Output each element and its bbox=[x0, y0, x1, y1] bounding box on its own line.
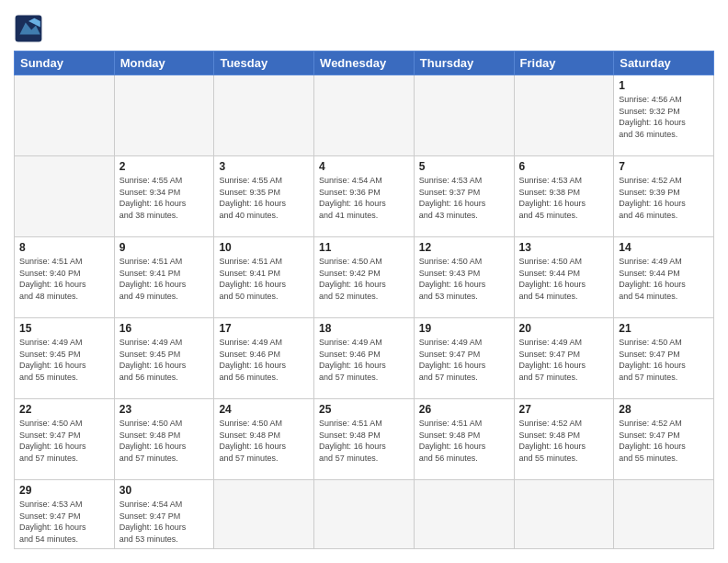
day-info: Sunrise: 4:49 AMSunset: 9:47 PMDaylight:… bbox=[519, 337, 609, 383]
day-number: 2 bbox=[119, 160, 210, 173]
day-number: 17 bbox=[219, 322, 309, 335]
calendar-cell-19: 19Sunrise: 4:49 AMSunset: 9:47 PMDayligh… bbox=[414, 318, 514, 399]
calendar-cell-20: 20Sunrise: 4:49 AMSunset: 9:47 PMDayligh… bbox=[514, 318, 614, 399]
calendar-cell-11: 11Sunrise: 4:50 AMSunset: 9:42 PMDayligh… bbox=[314, 237, 415, 318]
calendar-cell-empty bbox=[15, 75, 115, 156]
calendar-cell-empty bbox=[314, 75, 415, 156]
day-info: Sunrise: 4:50 AMSunset: 9:44 PMDaylight:… bbox=[519, 256, 609, 302]
calendar-cell-9: 9Sunrise: 4:51 AMSunset: 9:41 PMDaylight… bbox=[114, 237, 214, 318]
day-number: 23 bbox=[119, 403, 210, 416]
calendar-cell-empty bbox=[514, 75, 614, 156]
day-number: 20 bbox=[519, 322, 609, 335]
calendar-header-saturday: Saturday bbox=[614, 52, 714, 75]
day-info: Sunrise: 4:52 AMSunset: 9:39 PMDaylight:… bbox=[619, 175, 709, 221]
calendar-cell-5: 5Sunrise: 4:53 AMSunset: 9:37 PMDaylight… bbox=[414, 156, 514, 237]
calendar-week-4: 22Sunrise: 4:50 AMSunset: 9:47 PMDayligh… bbox=[15, 399, 714, 480]
calendar-cell-2: 2Sunrise: 4:55 AMSunset: 9:34 PMDaylight… bbox=[114, 156, 214, 237]
day-number: 22 bbox=[19, 403, 109, 416]
calendar-cell-empty bbox=[614, 480, 714, 549]
calendar-week-2: 8Sunrise: 4:51 AMSunset: 9:40 PMDaylight… bbox=[15, 237, 714, 318]
day-info: Sunrise: 4:53 AMSunset: 9:47 PMDaylight:… bbox=[19, 499, 109, 545]
day-info: Sunrise: 4:51 AMSunset: 9:41 PMDaylight:… bbox=[219, 256, 309, 302]
logo-icon bbox=[14, 14, 43, 43]
calendar-week-1: 2Sunrise: 4:55 AMSunset: 9:34 PMDaylight… bbox=[15, 156, 714, 237]
calendar-cell-22: 22Sunrise: 4:50 AMSunset: 9:47 PMDayligh… bbox=[15, 399, 115, 480]
calendar-cell-26: 26Sunrise: 4:51 AMSunset: 9:48 PMDayligh… bbox=[414, 399, 514, 480]
calendar-cell-14: 14Sunrise: 4:49 AMSunset: 9:44 PMDayligh… bbox=[614, 237, 714, 318]
day-number: 14 bbox=[619, 241, 709, 254]
calendar-cell-28: 28Sunrise: 4:52 AMSunset: 9:47 PMDayligh… bbox=[614, 399, 714, 480]
day-number: 11 bbox=[319, 241, 409, 254]
day-info: Sunrise: 4:50 AMSunset: 9:48 PMDaylight:… bbox=[219, 418, 309, 464]
calendar-week-3: 15Sunrise: 4:49 AMSunset: 9:45 PMDayligh… bbox=[15, 318, 714, 399]
calendar-cell-empty bbox=[214, 75, 314, 156]
day-number: 29 bbox=[19, 484, 109, 497]
day-number: 4 bbox=[319, 160, 409, 173]
calendar-cell-empty bbox=[514, 480, 614, 549]
day-info: Sunrise: 4:51 AMSunset: 9:41 PMDaylight:… bbox=[119, 256, 210, 302]
day-number: 18 bbox=[319, 322, 409, 335]
calendar-cell-13: 13Sunrise: 4:50 AMSunset: 9:44 PMDayligh… bbox=[514, 237, 614, 318]
day-info: Sunrise: 4:49 AMSunset: 9:46 PMDaylight:… bbox=[319, 337, 409, 383]
calendar-cell-25: 25Sunrise: 4:51 AMSunset: 9:48 PMDayligh… bbox=[314, 399, 415, 480]
calendar-cell-empty bbox=[114, 75, 214, 156]
calendar-cell-15: 15Sunrise: 4:49 AMSunset: 9:45 PMDayligh… bbox=[15, 318, 115, 399]
calendar-header-friday: Friday bbox=[514, 52, 614, 75]
day-info: Sunrise: 4:51 AMSunset: 9:48 PMDaylight:… bbox=[319, 418, 409, 464]
calendar-cell-empty bbox=[414, 75, 514, 156]
day-info: Sunrise: 4:52 AMSunset: 9:47 PMDaylight:… bbox=[619, 418, 709, 464]
day-number: 16 bbox=[119, 322, 210, 335]
day-number: 30 bbox=[119, 484, 210, 497]
day-info: Sunrise: 4:51 AMSunset: 9:40 PMDaylight:… bbox=[19, 256, 109, 302]
day-number: 7 bbox=[619, 160, 709, 173]
day-number: 15 bbox=[19, 322, 109, 335]
calendar-cell-16: 16Sunrise: 4:49 AMSunset: 9:45 PMDayligh… bbox=[114, 318, 214, 399]
calendar-header-tuesday: Tuesday bbox=[214, 52, 314, 75]
calendar-cell-24: 24Sunrise: 4:50 AMSunset: 9:48 PMDayligh… bbox=[214, 399, 314, 480]
calendar-header-sunday: Sunday bbox=[15, 52, 115, 75]
day-info: Sunrise: 4:49 AMSunset: 9:45 PMDaylight:… bbox=[119, 337, 210, 383]
day-number: 28 bbox=[619, 403, 709, 416]
calendar-cell-empty bbox=[314, 480, 415, 549]
calendar-cell-3: 3Sunrise: 4:55 AMSunset: 9:35 PMDaylight… bbox=[214, 156, 314, 237]
day-number: 24 bbox=[219, 403, 309, 416]
day-info: Sunrise: 4:54 AMSunset: 9:36 PMDaylight:… bbox=[319, 175, 409, 221]
header bbox=[14, 14, 714, 43]
day-info: Sunrise: 4:50 AMSunset: 9:48 PMDaylight:… bbox=[119, 418, 210, 464]
calendar-cell-8: 8Sunrise: 4:51 AMSunset: 9:40 PMDaylight… bbox=[15, 237, 115, 318]
day-number: 19 bbox=[419, 322, 509, 335]
day-number: 13 bbox=[519, 241, 609, 254]
calendar-cell-empty bbox=[15, 156, 115, 237]
calendar-cell-empty bbox=[214, 480, 314, 549]
day-info: Sunrise: 4:53 AMSunset: 9:37 PMDaylight:… bbox=[419, 175, 509, 221]
day-info: Sunrise: 4:50 AMSunset: 9:47 PMDaylight:… bbox=[619, 337, 709, 383]
page: SundayMondayTuesdayWednesdayThursdayFrid… bbox=[0, 0, 728, 563]
day-number: 9 bbox=[119, 241, 210, 254]
day-info: Sunrise: 4:53 AMSunset: 9:38 PMDaylight:… bbox=[519, 175, 609, 221]
calendar: SundayMondayTuesdayWednesdayThursdayFrid… bbox=[14, 51, 714, 549]
day-number: 6 bbox=[519, 160, 609, 173]
day-number: 12 bbox=[419, 241, 509, 254]
calendar-cell-12: 12Sunrise: 4:50 AMSunset: 9:43 PMDayligh… bbox=[414, 237, 514, 318]
calendar-cell-6: 6Sunrise: 4:53 AMSunset: 9:38 PMDaylight… bbox=[514, 156, 614, 237]
calendar-header-monday: Monday bbox=[114, 52, 214, 75]
day-number: 26 bbox=[419, 403, 509, 416]
day-number: 25 bbox=[319, 403, 409, 416]
day-info: Sunrise: 4:56 AMSunset: 9:32 PMDaylight:… bbox=[619, 94, 709, 140]
calendar-cell-7: 7Sunrise: 4:52 AMSunset: 9:39 PMDaylight… bbox=[614, 156, 714, 237]
calendar-cell-10: 10Sunrise: 4:51 AMSunset: 9:41 PMDayligh… bbox=[214, 237, 314, 318]
day-number: 5 bbox=[419, 160, 509, 173]
day-number: 8 bbox=[19, 241, 109, 254]
calendar-week-0: 1Sunrise: 4:56 AMSunset: 9:32 PMDaylight… bbox=[15, 75, 714, 156]
day-info: Sunrise: 4:52 AMSunset: 9:48 PMDaylight:… bbox=[519, 418, 609, 464]
calendar-cell-17: 17Sunrise: 4:49 AMSunset: 9:46 PMDayligh… bbox=[214, 318, 314, 399]
day-info: Sunrise: 4:50 AMSunset: 9:47 PMDaylight:… bbox=[19, 418, 109, 464]
calendar-cell-21: 21Sunrise: 4:50 AMSunset: 9:47 PMDayligh… bbox=[614, 318, 714, 399]
day-info: Sunrise: 4:55 AMSunset: 9:35 PMDaylight:… bbox=[219, 175, 309, 221]
calendar-header-thursday: Thursday bbox=[414, 52, 514, 75]
calendar-header-wednesday: Wednesday bbox=[314, 52, 415, 75]
day-info: Sunrise: 4:54 AMSunset: 9:47 PMDaylight:… bbox=[119, 499, 210, 545]
day-info: Sunrise: 4:51 AMSunset: 9:48 PMDaylight:… bbox=[419, 418, 509, 464]
calendar-cell-empty bbox=[414, 480, 514, 549]
calendar-cell-18: 18Sunrise: 4:49 AMSunset: 9:46 PMDayligh… bbox=[314, 318, 415, 399]
